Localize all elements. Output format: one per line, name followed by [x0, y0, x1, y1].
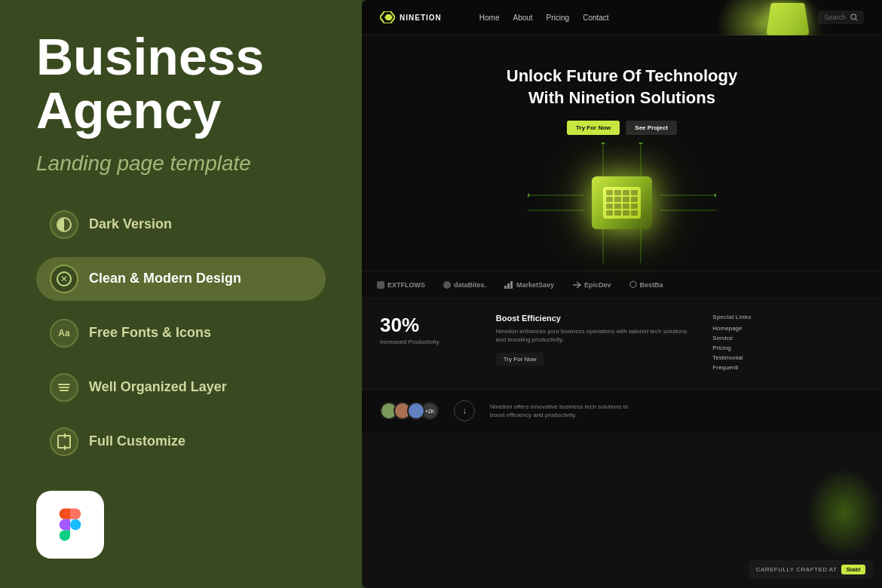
- main-title: Business Agency: [36, 30, 326, 138]
- subtitle: Landing page template: [36, 152, 326, 176]
- feature-free-fonts: Aa Free Fonts & Icons: [36, 311, 326, 355]
- bottom-section: +2K ↓ Ninetion offers innovative busines…: [362, 389, 882, 432]
- nav-link-about[interactable]: About: [513, 14, 532, 22]
- figma-logo-icon: [51, 506, 89, 544]
- stat-productivity: 30% Increased Productivity: [380, 314, 481, 374]
- left-top-content: Business Agency Landing page template Da…: [36, 30, 326, 491]
- brand-marketsavy: MarketSavy: [504, 281, 554, 289]
- brand-bestba: BestBa: [629, 280, 663, 289]
- aa-icon: Aa: [58, 328, 69, 338]
- scroll-down-button[interactable]: ↓: [454, 400, 475, 421]
- nav-link-pricing[interactable]: Pricing: [547, 14, 570, 22]
- boost-title: Boost Efficiency: [496, 314, 698, 323]
- feature-customize-label: Full Customize: [89, 433, 185, 449]
- hero-primary-button[interactable]: Try For Now: [567, 121, 620, 135]
- brand-epicdev: EpicDev: [572, 281, 611, 289]
- hero-title: Unlock Future Of Technology With Ninetio…: [384, 66, 859, 109]
- svg-marker-1: [384, 14, 393, 20]
- layers-icon-wrapper: [50, 373, 78, 402]
- boost-block: Boost Efficiency Ninetion enhances your …: [496, 314, 698, 374]
- databites-icon: [443, 281, 451, 289]
- svg-rect-18: [510, 281, 513, 289]
- bottom-right-glow: [807, 467, 882, 558]
- link-testimonial[interactable]: Testimonial: [712, 354, 864, 361]
- extflows-icon: [377, 281, 384, 289]
- dark-version-icon-wrapper: [50, 210, 78, 239]
- svg-line-3: [856, 19, 857, 20]
- svg-point-12: [528, 194, 530, 198]
- feature-dark-version: Dark Version: [36, 203, 326, 247]
- hero-chip-image: [524, 150, 720, 256]
- free-fonts-icon-wrapper: Aa: [50, 319, 78, 348]
- features-list: Dark Version Clean & Modern Design Aa Fr…: [36, 203, 326, 464]
- preview-hero: Unlock Future Of Technology With Ninetio…: [362, 35, 882, 271]
- feature-customize: Full Customize: [36, 420, 326, 464]
- nav-links: Home About Pricing Contact: [479, 14, 796, 22]
- bestba-icon: [629, 280, 637, 289]
- design-icon: [57, 271, 72, 286]
- brands-strip: EXTFLOWS dataBites. MarketSavy EpicDev: [362, 271, 882, 298]
- nav-logo-icon: [380, 11, 395, 23]
- chip-inner: [603, 187, 641, 219]
- link-service[interactable]: Service: [712, 335, 864, 341]
- svg-rect-17: [507, 283, 510, 289]
- svg-point-15: [639, 142, 643, 145]
- customize-icon-wrapper: [50, 427, 78, 456]
- hero-buttons: Try For Now See Project: [384, 121, 859, 135]
- nav-link-contact[interactable]: Contact: [583, 14, 608, 22]
- feature-dark-version-label: Dark Version: [89, 216, 172, 232]
- nav-logo: NINETION: [380, 11, 442, 23]
- boost-cta-button[interactable]: Try For Now: [496, 353, 544, 366]
- links-title: Special Links: [712, 314, 864, 320]
- svg-point-14: [602, 142, 605, 145]
- figma-badge: [36, 491, 104, 559]
- stats-section: 30% Increased Productivity Boost Efficie…: [362, 298, 882, 389]
- feature-layers-label: Well Organized Layer: [89, 379, 227, 395]
- svg-rect-16: [504, 286, 507, 289]
- hero-secondary-button[interactable]: See Project: [626, 121, 677, 135]
- feature-layers: Well Organized Layer: [36, 366, 326, 409]
- layers-icon: [58, 384, 70, 391]
- crafted-badge: CAREFULLY CRAFTED AT Slab!: [749, 560, 873, 579]
- feature-clean-design: Clean & Modern Design: [36, 257, 326, 301]
- left-panel: Business Agency Landing page template Da…: [0, 0, 362, 588]
- link-homepage[interactable]: Homepage: [712, 325, 864, 332]
- brand-databites: dataBites.: [443, 281, 486, 289]
- right-panel: NINETION Home About Pricing Contact Sear…: [362, 0, 882, 588]
- feature-free-fonts-label: Free Fonts & Icons: [89, 325, 211, 341]
- nav-search-text: Search: [824, 14, 846, 21]
- svg-point-13: [715, 194, 717, 198]
- nav-logo-text: NINETION: [400, 14, 442, 22]
- nav-link-home[interactable]: Home: [479, 14, 500, 22]
- avatars-group: +2K: [380, 402, 439, 420]
- avatar-3: [407, 402, 425, 420]
- slab-brand-badge: Slab!: [841, 565, 865, 574]
- epicdev-icon: [572, 281, 581, 289]
- clean-design-icon-wrapper: [50, 265, 78, 293]
- bottom-description: Ninetion offers innovative business tech…: [490, 403, 641, 419]
- crafted-text: CAREFULLY CRAFTED AT: [756, 566, 838, 573]
- chip-glow: [562, 158, 682, 248]
- crop-icon: [57, 435, 71, 449]
- link-pricing[interactable]: Pricing: [712, 345, 864, 351]
- brand-extflows: EXTFLOWS: [377, 281, 425, 289]
- stat-label: Increased Productivity: [380, 338, 481, 345]
- boost-description: Ninetion enhances your business operatio…: [496, 327, 698, 344]
- chip-body: [592, 176, 652, 229]
- left-bottom: [36, 491, 326, 559]
- svg-point-2: [851, 14, 856, 20]
- special-links-block: Special Links Homepage Service Pricing T…: [712, 314, 864, 374]
- marketsavy-icon: [504, 281, 513, 289]
- feature-clean-design-label: Clean & Modern Design: [89, 271, 241, 286]
- half-circle-icon: [57, 217, 72, 232]
- top-chip-shape: [766, 3, 809, 35]
- stat-number: 30%: [380, 314, 481, 337]
- search-icon: [850, 14, 858, 21]
- link-faq[interactable]: Frequentl: [712, 364, 864, 371]
- nav-search-box[interactable]: Search: [818, 11, 864, 24]
